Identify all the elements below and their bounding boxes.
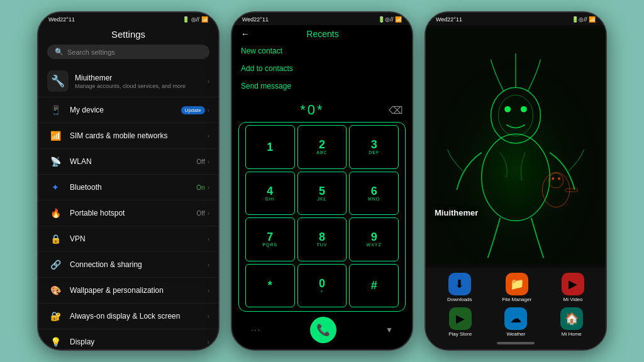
settings-item-bluetooth[interactable]: ✦ Bluetooth On › — [38, 175, 218, 200]
arrow-icon: › — [208, 339, 209, 346]
search-icon: 🔍 — [55, 48, 64, 56]
app-downloads[interactable]: ⬇ Downloads — [447, 273, 472, 302]
settings-item-wlan[interactable]: 📡 WLAN Off › — [38, 149, 218, 175]
search-bar[interactable]: 🔍 Search settings — [47, 45, 209, 59]
arrow-icon: › — [208, 261, 209, 268]
search-placeholder: Search settings — [67, 48, 115, 56]
mihome-icon: 🏠 — [560, 307, 583, 330]
time-1: Wed22°11 — [48, 16, 75, 23]
app-mihome[interactable]: 🏠 Mi Home — [560, 307, 583, 337]
key-3[interactable]: 3 DEF — [349, 125, 399, 169]
wlan-right: Off › — [197, 158, 210, 165]
call-button[interactable]: 📞 — [310, 317, 336, 343]
app-row-2: ▶ Play Store ☁ Weather 🏠 Mi Home — [426, 305, 606, 339]
svg-point-9 — [552, 177, 554, 180]
key-0[interactable]: 0 + — [297, 264, 347, 308]
wallpaper-area: Miuithemer — [426, 25, 606, 268]
dialer-input-area: *0* ⌫ — [232, 96, 412, 122]
update-badge: Update — [181, 106, 205, 114]
arrow-icon: › — [208, 78, 209, 85]
app-filemanager[interactable]: 📁 File Manager — [502, 273, 531, 302]
filemanager-icon: 📁 — [506, 273, 528, 295]
wallpaper-icon: 🎨 — [47, 282, 64, 299]
settings-item-hotspot[interactable]: 🔥 Portable hotspot Off › — [38, 200, 218, 226]
filemanager-label: File Manager — [502, 297, 531, 302]
mihome-label: Mi Home — [562, 331, 582, 337]
recents-menu: New contact Add to contacts Send message — [232, 41, 412, 96]
key-2[interactable]: 2 ABC — [297, 125, 347, 169]
display-content: Display — [70, 337, 201, 346]
mydevice-content: My device — [70, 106, 175, 114]
bluetooth-right: On › — [196, 184, 209, 191]
add-to-contacts-link[interactable]: Add to contacts — [241, 64, 403, 73]
miuithemer-item[interactable]: 🔧 Miuithemer Manage accounts, cloud serv… — [38, 65, 218, 97]
wlan-content: WLAN — [70, 157, 191, 166]
back-button[interactable]: ← — [241, 29, 250, 39]
downloads-label: Downloads — [447, 297, 472, 302]
sim-content: SIM cards & mobile networks — [70, 131, 201, 140]
key-8[interactable]: 8 TUV — [297, 217, 347, 261]
status-bar-3: Wed22°11 🔋◎// 📶 — [426, 13, 606, 25]
dialpad-menu-icon[interactable]: ··· — [251, 326, 261, 334]
app-row-1: ⬇ Downloads 📁 File Manager ▶ Mi Video — [426, 270, 606, 305]
status-icons-1: 🔋 ◎// 📶 — [182, 16, 208, 23]
app-area: ⬇ Downloads 📁 File Manager ▶ Mi Video ▶ … — [426, 268, 606, 349]
vpn-content: VPN — [70, 234, 201, 243]
key-6[interactable]: 6 MNO — [349, 172, 399, 216]
downloads-icon: ⬇ — [448, 273, 471, 295]
settings-item-lock[interactable]: 🔐 Always-on display & Lock screen › — [38, 304, 218, 329]
settings-item-sim[interactable]: 📶 SIM cards & mobile networks › — [38, 123, 218, 149]
settings-title: Settings — [38, 25, 218, 45]
settings-item-wallpaper[interactable]: 🎨 Wallpaper & personalization › — [38, 278, 218, 304]
bluetooth-content: Bluetooth — [70, 183, 190, 192]
bluetooth-icon: ✦ — [47, 179, 64, 195]
home-wallpaper-label: Miuithemer — [435, 208, 478, 217]
time-2: Wed22°11 — [242, 16, 269, 23]
key-star[interactable]: * — [245, 264, 295, 308]
wlan-label: WLAN — [70, 157, 191, 166]
app-playstore[interactable]: ▶ Play Store — [448, 307, 472, 337]
sim-icon: 📶 — [47, 128, 64, 144]
key-5[interactable]: 5 JKL — [297, 172, 347, 216]
wlan-status: Off — [197, 158, 205, 165]
key-4[interactable]: 4 GHI — [245, 172, 295, 216]
mydevice-label: My device — [70, 106, 175, 114]
status-icons-2: 🔋◎// 📶 — [378, 16, 402, 23]
dialer-bottom: ··· 📞 ▼ — [232, 312, 412, 349]
svg-point-5 — [504, 106, 511, 112]
groot-wallpaper — [426, 25, 606, 268]
dialer-keypad: 1 2 ABC 3 DEF 4 GHI 5 JKL 6 MNO — [238, 122, 406, 312]
app-weather[interactable]: ☁ Weather — [504, 307, 527, 337]
dial-number-display: *0* — [241, 102, 384, 118]
dock-indicator — [497, 342, 535, 344]
playstore-icon: ▶ — [449, 307, 472, 330]
mivideo-label: Mi Video — [564, 297, 583, 302]
key-9[interactable]: 9 WXYZ — [349, 217, 399, 261]
app-mivideo[interactable]: ▶ Mi Video — [562, 273, 584, 302]
settings-item-vpn[interactable]: 🔒 VPN › — [38, 226, 218, 252]
wallpaper-label: Wallpaper & personalization — [70, 286, 201, 295]
settings-item-connection[interactable]: 🔗 Connection & sharing › — [38, 252, 218, 278]
send-message-link[interactable]: Send message — [241, 82, 403, 90]
dialer-screen: ← Recents New contact Add to contacts Se… — [232, 25, 412, 349]
arrow-icon: › — [208, 236, 209, 243]
settings-item-mydevice[interactable]: 📱 My device Update › — [38, 97, 218, 123]
mivideo-icon: ▶ — [562, 273, 584, 295]
hotspot-label: Portable hotspot — [70, 209, 191, 217]
key-7[interactable]: 7 PQRS — [245, 217, 295, 261]
new-contact-link[interactable]: New contact — [241, 47, 403, 55]
weather-icon: ☁ — [504, 307, 527, 330]
miuithemer-title: Miuithemer — [75, 74, 201, 82]
miuithemer-content: Miuithemer Manage accounts, cloud servic… — [75, 74, 201, 89]
settings-item-display[interactable]: 💡 Display › — [38, 329, 218, 349]
arrow-icon: › — [208, 133, 209, 140]
bluetooth-status: On — [196, 184, 204, 191]
hotspot-right: Off › — [197, 210, 210, 217]
backspace-button[interactable]: ⌫ — [389, 104, 403, 116]
key-1[interactable]: 1 — [245, 125, 295, 169]
key-hash[interactable]: # — [349, 264, 399, 308]
mydevice-icon: 📱 — [47, 102, 64, 118]
filter-icon[interactable]: ▼ — [386, 326, 393, 334]
arrow-icon: › — [208, 107, 209, 114]
time-3: Wed22°11 — [436, 16, 462, 23]
